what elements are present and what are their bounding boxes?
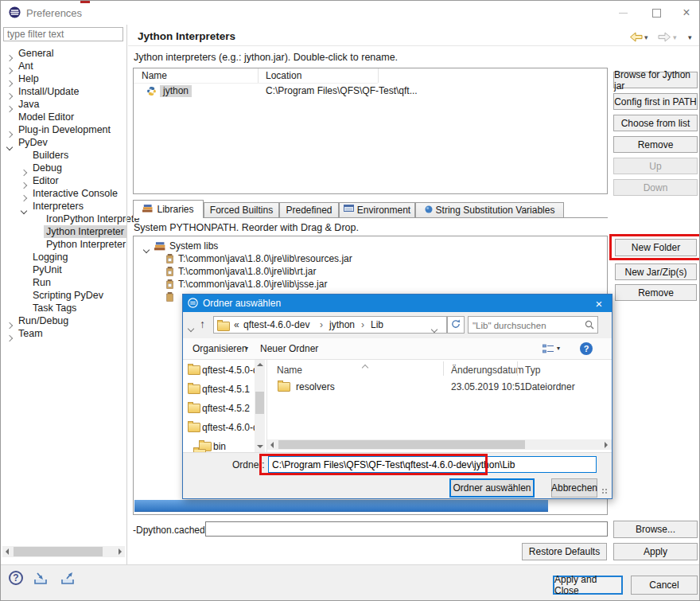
import-preferences-icon[interactable] [33, 572, 51, 588]
file-row[interactable]: resolvers 23.05.2019 10:51 Dateiordner [267, 379, 612, 395]
sidebar-item-jython-interpreter[interactable]: Jython Interpreter [1, 225, 126, 238]
jar-row[interactable]: T:\common\java\1.8.0\jre\lib\jsse.jar [134, 278, 607, 291]
folder-tree-item[interactable]: qftest-4.6.0-de [183, 420, 255, 435]
breadcrumb-segment[interactable]: jython [329, 319, 355, 330]
sidebar-item-install-update[interactable]: Install/Update [1, 85, 126, 98]
column-header-location[interactable]: Location [266, 70, 301, 81]
folder-tree-item[interactable]: qftest-4.5.0-de [183, 363, 255, 377]
window-title: Preferences [26, 7, 82, 19]
sidebar-item-plugin-development[interactable]: Plug-in Development [1, 123, 126, 136]
organize-dropdown-icon[interactable]: ▾ [245, 345, 248, 352]
down-button[interactable]: Down [613, 179, 698, 196]
sidebar-item-java[interactable]: Java [1, 98, 126, 111]
sidebar-hscrollbar[interactable] [2, 546, 125, 557]
column-header-name[interactable]: Name [277, 365, 302, 376]
column-header-date[interactable]: Änderungsdatum [451, 365, 523, 376]
selected-lib-row[interactable] [134, 500, 548, 512]
forward-dropdown-icon[interactable]: ▾ [673, 33, 677, 41]
resize-grip[interactable] [602, 489, 609, 495]
up-one-level-icon[interactable]: ↑ [200, 318, 205, 330]
sidebar-item-run[interactable]: Run [1, 276, 126, 289]
sidebar-item-task-tags[interactable]: Task Tags [1, 302, 126, 314]
tab-environment[interactable]: Environment [339, 202, 415, 218]
breadcrumb-segment[interactable]: qftest-4.6.0-dev [243, 319, 309, 330]
sidebar-item-pyunit[interactable]: PyUnit [1, 263, 126, 276]
tree-vscrollbar[interactable] [255, 360, 265, 452]
column-header-name[interactable]: Name [142, 70, 167, 81]
tab-predefined[interactable]: Predefined [279, 202, 339, 218]
sidebar-item-run-debug[interactable]: Run/Debug [1, 314, 126, 327]
up-button[interactable]: Up [613, 158, 698, 174]
select-folder-button[interactable]: Ordner auswählen [449, 478, 535, 498]
scroll-left-icon[interactable] [6, 548, 9, 555]
address-bar[interactable]: « qftest-4.6.0-dev › jython › Lib [213, 316, 447, 334]
sidebar-item-interpreters[interactable]: Interpreters [1, 200, 126, 213]
forward-icon[interactable] [658, 32, 671, 45]
new-folder-menu[interactable]: Neuer Ordner [260, 343, 318, 354]
sidebar-item-team[interactable]: Team [1, 327, 126, 340]
filter-input[interactable] [3, 27, 123, 41]
cancel-button[interactable]: Cancel [631, 576, 698, 595]
minimize-button[interactable] [607, 1, 639, 25]
export-preferences-icon[interactable] [60, 572, 78, 588]
sidebar-item-debug[interactable]: Debug [1, 162, 126, 174]
close-button[interactable]: × [672, 1, 700, 25]
sidebar-item-logging[interactable]: Logging [1, 251, 126, 263]
restore-defaults-button[interactable]: Restore Defaults [522, 543, 607, 560]
sidebar-item-scripting-pydev[interactable]: Scripting PyDev [1, 289, 126, 302]
search-input[interactable] [471, 318, 584, 333]
config-first-path-button[interactable]: Config first in PATH [613, 93, 698, 110]
browse-jython-jar-button[interactable]: Browse for Jython jar [613, 72, 698, 88]
sidebar-item-general[interactable]: General [1, 47, 126, 60]
new-jar-zip-button[interactable]: New Jar/Zip(s) [615, 263, 697, 280]
sidebar-item-interactive-console[interactable]: Interactive Console [1, 187, 126, 200]
search-box[interactable] [468, 316, 598, 334]
sidebar-item-ant[interactable]: Ant [1, 60, 126, 72]
tab-string-substitution[interactable]: String Substitution Variables [415, 202, 564, 218]
sidebar-item-pydev[interactable]: PyDev [1, 136, 126, 149]
remove-interpreter-button[interactable]: Remove [613, 136, 698, 153]
view-mode-dropdown-icon[interactable]: ▾ [557, 345, 560, 352]
system-libs-row[interactable]: System libs [134, 240, 607, 252]
folder-tree-item[interactable]: qftest-4.5.1 [183, 382, 255, 396]
organize-menu[interactable]: Organisieren [192, 343, 247, 354]
view-mode-icon[interactable] [542, 344, 554, 357]
sidebar-item-help[interactable]: Help [1, 72, 126, 85]
dialog-help-button[interactable]: ? [580, 342, 593, 355]
address-dropdown-icon[interactable] [432, 323, 437, 334]
dialog-command-bar: Organisieren ▾ Neuer Ordner ▾ ? [183, 338, 612, 360]
cachedir-input[interactable] [205, 521, 608, 537]
view-menu-icon[interactable]: ▾ [688, 33, 692, 41]
tab-libraries[interactable]: Libraries [133, 200, 204, 218]
dialog-titlebar[interactable]: Ordner auswählen × [183, 295, 612, 312]
sidebar-item-builders[interactable]: Builders [1, 149, 126, 162]
jar-row[interactable]: T:\common\java\1.8.0\jre\lib\rt.jar [134, 265, 607, 278]
sidebar-item-ironpython-interpreter[interactable]: IronPython Interprete [1, 213, 126, 225]
back-dropdown-icon[interactable]: ▾ [644, 33, 648, 41]
remove-lib-button[interactable]: Remove [615, 284, 697, 301]
tab-forced-builtins[interactable]: Forced Builtins [204, 202, 279, 218]
recent-locations-icon[interactable] [189, 322, 193, 334]
jar-row[interactable]: T:\common\java\1.8.0\jre\lib\resources.j… [134, 252, 607, 265]
browse-button[interactable]: Browse... [613, 521, 698, 538]
dialog-close-button[interactable]: × [586, 295, 612, 312]
folder-tree-item[interactable]: qftest-4.5.2 [183, 401, 255, 416]
sidebar-item-model-editor[interactable]: Model Editor [1, 111, 126, 123]
search-icon[interactable] [585, 320, 594, 332]
close-icon: × [596, 297, 603, 310]
table-row[interactable]: jython C:\Program Files\QFS\QF-Test\qft.… [134, 85, 607, 98]
back-icon[interactable] [629, 32, 643, 45]
dialog-cancel-button[interactable]: Abbrechen [551, 478, 597, 498]
file-list-hscrollbar[interactable] [267, 439, 612, 450]
scroll-right-icon[interactable] [119, 548, 122, 555]
refresh-button[interactable] [447, 316, 465, 334]
help-button[interactable]: ? [9, 571, 23, 585]
apply-and-close-button[interactable]: Apply and Close [553, 576, 623, 595]
maximize-button[interactable] [640, 1, 672, 25]
choose-from-list-button[interactable]: Choose from list [613, 115, 698, 131]
column-header-type[interactable]: Typ [525, 365, 540, 376]
breadcrumb-segment[interactable]: Lib [371, 319, 383, 330]
sidebar-item-python-interpreter[interactable]: Python Interpreter [1, 238, 126, 251]
sidebar-item-editor[interactable]: Editor [1, 174, 126, 187]
apply-button[interactable]: Apply [613, 543, 698, 560]
